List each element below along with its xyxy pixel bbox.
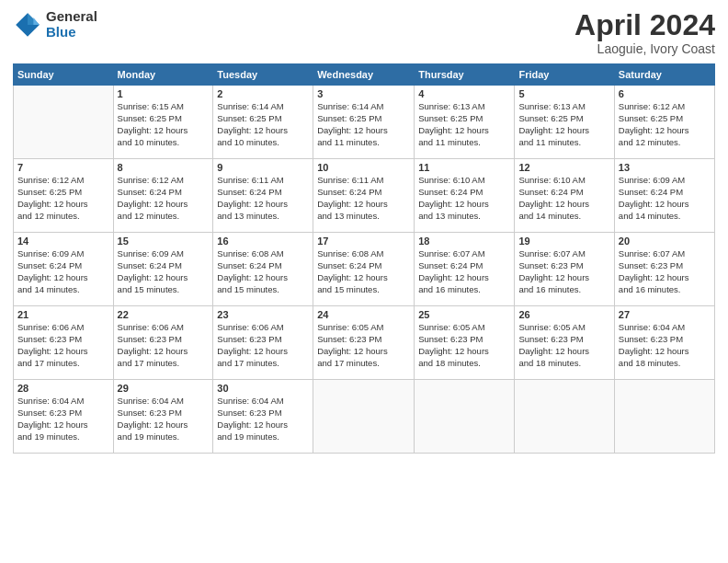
- col-header-tuesday: Tuesday: [213, 64, 313, 86]
- calendar-cell: 23Sunrise: 6:06 AMSunset: 6:23 PMDayligh…: [213, 306, 313, 380]
- day-info: Sunrise: 6:05 AMSunset: 6:23 PMDaylight:…: [418, 322, 510, 369]
- day-number: 13: [619, 162, 711, 173]
- calendar-cell: [14, 86, 114, 159]
- day-number: 17: [317, 236, 410, 247]
- day-info: Sunrise: 6:07 AMSunset: 6:23 PMDaylight:…: [619, 248, 711, 295]
- day-info: Sunrise: 6:10 AMSunset: 6:24 PMDaylight:…: [418, 175, 510, 222]
- calendar-cell: 14Sunrise: 6:09 AMSunset: 6:24 PMDayligh…: [14, 233, 114, 306]
- day-number: 19: [518, 236, 609, 247]
- day-number: 26: [518, 309, 609, 320]
- week-row-2: 7Sunrise: 6:12 AMSunset: 6:25 PMDaylight…: [14, 159, 715, 233]
- day-number: 25: [418, 309, 510, 320]
- month-title: April 2024: [574, 9, 715, 41]
- week-row-4: 21Sunrise: 6:06 AMSunset: 6:23 PMDayligh…: [14, 306, 715, 380]
- calendar-header: SundayMondayTuesdayWednesdayThursdayFrid…: [14, 64, 715, 86]
- calendar-cell: 26Sunrise: 6:05 AMSunset: 6:23 PMDayligh…: [515, 306, 614, 380]
- day-info: Sunrise: 6:04 AMSunset: 6:23 PMDaylight:…: [17, 396, 109, 442]
- day-info: Sunrise: 6:04 AMSunset: 6:23 PMDaylight:…: [118, 396, 210, 442]
- col-header-wednesday: Wednesday: [313, 64, 415, 86]
- day-info: Sunrise: 6:09 AMSunset: 6:24 PMDaylight:…: [118, 248, 210, 295]
- col-header-saturday: Saturday: [614, 64, 714, 86]
- day-number: 28: [17, 383, 109, 394]
- day-number: 27: [619, 309, 711, 320]
- calendar-cell: 7Sunrise: 6:12 AMSunset: 6:25 PMDaylight…: [14, 159, 114, 233]
- day-number: 2: [217, 88, 309, 99]
- day-info: Sunrise: 6:04 AMSunset: 6:23 PMDaylight:…: [217, 396, 309, 442]
- page: General Blue April 2024 Laoguie, Ivory C…: [0, 0, 728, 563]
- calendar-cell: 12Sunrise: 6:10 AMSunset: 6:24 PMDayligh…: [515, 159, 614, 233]
- day-number: 21: [17, 309, 109, 320]
- days-header-row: SundayMondayTuesdayWednesdayThursdayFrid…: [14, 64, 715, 86]
- day-info: Sunrise: 6:08 AMSunset: 6:24 PMDaylight:…: [217, 248, 309, 295]
- calendar-cell: 30Sunrise: 6:04 AMSunset: 6:23 PMDayligh…: [213, 380, 313, 454]
- col-header-friday: Friday: [515, 64, 614, 86]
- calendar-cell: 19Sunrise: 6:07 AMSunset: 6:23 PMDayligh…: [515, 233, 614, 306]
- day-number: 30: [217, 383, 309, 394]
- svg-marker-2: [33, 17, 39, 25]
- calendar: SundayMondayTuesdayWednesdayThursdayFrid…: [13, 63, 715, 454]
- logo-blue: Blue: [46, 25, 97, 40]
- day-number: 22: [118, 309, 210, 320]
- calendar-cell: 13Sunrise: 6:09 AMSunset: 6:24 PMDayligh…: [614, 159, 714, 233]
- calendar-cell: 2Sunrise: 6:14 AMSunset: 6:25 PMDaylight…: [213, 86, 313, 159]
- day-info: Sunrise: 6:13 AMSunset: 6:25 PMDaylight:…: [518, 101, 609, 148]
- day-info: Sunrise: 6:14 AMSunset: 6:25 PMDaylight:…: [317, 101, 410, 148]
- day-info: Sunrise: 6:11 AMSunset: 6:24 PMDaylight:…: [317, 175, 410, 222]
- day-info: Sunrise: 6:07 AMSunset: 6:24 PMDaylight:…: [418, 248, 510, 295]
- day-info: Sunrise: 6:12 AMSunset: 6:25 PMDaylight:…: [17, 175, 109, 222]
- calendar-cell: 25Sunrise: 6:05 AMSunset: 6:23 PMDayligh…: [415, 306, 515, 380]
- calendar-cell: 18Sunrise: 6:07 AMSunset: 6:24 PMDayligh…: [415, 233, 515, 306]
- title-block: April 2024 Laoguie, Ivory Coast: [574, 9, 715, 56]
- day-number: 8: [118, 162, 210, 173]
- day-info: Sunrise: 6:08 AMSunset: 6:24 PMDaylight:…: [317, 248, 410, 295]
- day-info: Sunrise: 6:06 AMSunset: 6:23 PMDaylight:…: [118, 322, 210, 369]
- calendar-cell: 5Sunrise: 6:13 AMSunset: 6:25 PMDaylight…: [515, 86, 614, 159]
- calendar-cell: 28Sunrise: 6:04 AMSunset: 6:23 PMDayligh…: [14, 380, 114, 454]
- day-info: Sunrise: 6:07 AMSunset: 6:23 PMDaylight:…: [518, 248, 609, 295]
- week-row-5: 28Sunrise: 6:04 AMSunset: 6:23 PMDayligh…: [14, 380, 715, 454]
- calendar-cell: 1Sunrise: 6:15 AMSunset: 6:25 PMDaylight…: [113, 86, 213, 159]
- location-subtitle: Laoguie, Ivory Coast: [574, 41, 715, 56]
- day-number: 5: [518, 88, 609, 99]
- col-header-monday: Monday: [113, 64, 213, 86]
- day-info: Sunrise: 6:13 AMSunset: 6:25 PMDaylight:…: [418, 101, 510, 148]
- logo-icon: [13, 10, 42, 40]
- day-info: Sunrise: 6:11 AMSunset: 6:24 PMDaylight:…: [217, 175, 309, 222]
- calendar-cell: 3Sunrise: 6:14 AMSunset: 6:25 PMDaylight…: [313, 86, 415, 159]
- day-info: Sunrise: 6:10 AMSunset: 6:24 PMDaylight:…: [518, 175, 609, 222]
- day-info: Sunrise: 6:12 AMSunset: 6:25 PMDaylight:…: [619, 101, 711, 148]
- day-number: 11: [418, 162, 510, 173]
- day-number: 24: [317, 309, 410, 320]
- day-number: 4: [418, 88, 510, 99]
- header: General Blue April 2024 Laoguie, Ivory C…: [13, 9, 715, 56]
- calendar-cell: 22Sunrise: 6:06 AMSunset: 6:23 PMDayligh…: [113, 306, 213, 380]
- day-number: 16: [217, 236, 309, 247]
- calendar-cell: 8Sunrise: 6:12 AMSunset: 6:24 PMDaylight…: [113, 159, 213, 233]
- day-number: 15: [118, 236, 210, 247]
- calendar-cell: 9Sunrise: 6:11 AMSunset: 6:24 PMDaylight…: [213, 159, 313, 233]
- day-info: Sunrise: 6:05 AMSunset: 6:23 PMDaylight:…: [518, 322, 609, 369]
- day-number: 3: [317, 88, 410, 99]
- calendar-cell: 15Sunrise: 6:09 AMSunset: 6:24 PMDayligh…: [113, 233, 213, 306]
- day-info: Sunrise: 6:05 AMSunset: 6:23 PMDaylight:…: [317, 322, 410, 369]
- calendar-cell: [614, 380, 714, 454]
- calendar-cell: 10Sunrise: 6:11 AMSunset: 6:24 PMDayligh…: [313, 159, 415, 233]
- calendar-body: 1Sunrise: 6:15 AMSunset: 6:25 PMDaylight…: [14, 86, 715, 454]
- day-number: 9: [217, 162, 309, 173]
- day-info: Sunrise: 6:09 AMSunset: 6:24 PMDaylight:…: [17, 248, 109, 295]
- day-number: 29: [118, 383, 210, 394]
- day-number: 7: [17, 162, 109, 173]
- logo: General Blue: [13, 9, 97, 40]
- col-header-sunday: Sunday: [14, 64, 114, 86]
- calendar-cell: [415, 380, 515, 454]
- day-number: 6: [619, 88, 711, 99]
- calendar-cell: 27Sunrise: 6:04 AMSunset: 6:23 PMDayligh…: [614, 306, 714, 380]
- day-number: 1: [118, 88, 210, 99]
- week-row-1: 1Sunrise: 6:15 AMSunset: 6:25 PMDaylight…: [14, 86, 715, 159]
- calendar-cell: 21Sunrise: 6:06 AMSunset: 6:23 PMDayligh…: [14, 306, 114, 380]
- day-number: 18: [418, 236, 510, 247]
- logo-text: General Blue: [46, 9, 97, 40]
- calendar-cell: 29Sunrise: 6:04 AMSunset: 6:23 PMDayligh…: [113, 380, 213, 454]
- day-info: Sunrise: 6:15 AMSunset: 6:25 PMDaylight:…: [118, 101, 210, 148]
- col-header-thursday: Thursday: [415, 64, 515, 86]
